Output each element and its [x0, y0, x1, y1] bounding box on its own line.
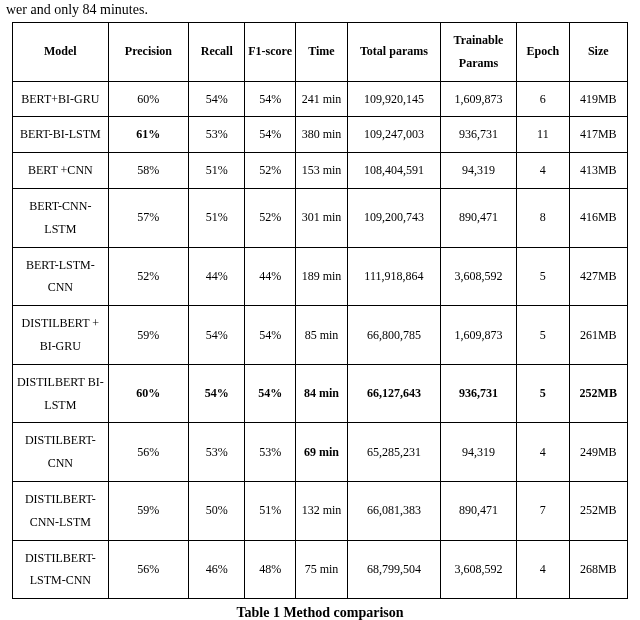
cell-train: 1,609,873 [440, 81, 516, 117]
cell-precision: 61% [108, 117, 189, 153]
cell-text: 5 [540, 265, 546, 288]
cell-text: 4 [540, 159, 546, 182]
cell-epoch: 4 [517, 153, 569, 189]
cell-f1: 54% [245, 306, 295, 365]
cell-size: 252MB [569, 481, 627, 540]
cell-text: BERT-BI-LSTM [20, 123, 101, 146]
cell-text: 7 [540, 499, 546, 522]
cell-text: 417MB [580, 123, 617, 146]
cell-precision: 56% [108, 540, 189, 599]
cell-f1: 52% [245, 188, 295, 247]
cell-epoch: 5 [517, 364, 569, 423]
cell-f1: 48% [245, 540, 295, 599]
cell-text: BERT+BI-GRU [21, 88, 99, 111]
cell-recall: 51% [189, 153, 245, 189]
cell-total: 111,918,864 [348, 247, 441, 306]
cell-text: 252MB [580, 499, 617, 522]
col-f1: F1-score [245, 23, 295, 82]
cell-text: 109,920,145 [364, 88, 424, 111]
cell-precision: 52% [108, 247, 189, 306]
cell-precision: 59% [108, 481, 189, 540]
cell-epoch: 4 [517, 540, 569, 599]
cell-time: 84 min [295, 364, 347, 423]
cell-text: 108,404,591 [364, 159, 424, 182]
cell-text: 61% [136, 123, 160, 146]
cell-text: BERT +CNN [28, 159, 93, 182]
cell-time: 380 min [295, 117, 347, 153]
cell-text: 66,800,785 [367, 324, 421, 347]
cell-time: 301 min [295, 188, 347, 247]
body-text-fragment: wer and only 84 minutes. [0, 0, 640, 22]
cell-size: 417MB [569, 117, 627, 153]
cell-text: 109,247,003 [364, 123, 424, 146]
cell-precision: 57% [108, 188, 189, 247]
cell-text: 66,127,643 [367, 382, 421, 405]
cell-text: 46% [206, 558, 228, 581]
cell-text: 109,200,743 [364, 206, 424, 229]
cell-text: DISTILBERT + BI-GRU [15, 312, 106, 358]
col-recall: Recall [189, 23, 245, 82]
table-header-row: Model Precision Recall F1-score Time Tot… [13, 23, 628, 82]
table-row: DISTILBERT-CNN-LSTM59%50%51%132 min66,08… [13, 481, 628, 540]
cell-text: 44% [206, 265, 228, 288]
cell-model: BERT-LSTM-CNN [13, 247, 109, 306]
table-caption: Table 1 Method comparison [0, 599, 640, 620]
cell-text: 427MB [580, 265, 617, 288]
cell-text: DISTILBERT BI-LSTM [15, 371, 106, 417]
cell-text: 6 [540, 88, 546, 111]
cell-f1: 51% [245, 481, 295, 540]
cell-text: 53% [259, 441, 281, 464]
cell-total: 66,127,643 [348, 364, 441, 423]
cell-f1: 44% [245, 247, 295, 306]
cell-size: 249MB [569, 423, 627, 482]
col-trainable: Trainable Params [440, 23, 516, 82]
cell-recall: 54% [189, 364, 245, 423]
cell-model: DISTILBERT + BI-GRU [13, 306, 109, 365]
cell-text: 53% [206, 123, 228, 146]
cell-text: BERT-LSTM-CNN [15, 254, 106, 300]
cell-total: 108,404,591 [348, 153, 441, 189]
cell-train: 94,319 [440, 423, 516, 482]
cell-text: 3,608,592 [454, 558, 502, 581]
cell-recall: 53% [189, 423, 245, 482]
cell-time: 241 min [295, 81, 347, 117]
cell-size: 416MB [569, 188, 627, 247]
cell-time: 153 min [295, 153, 347, 189]
cell-size: 419MB [569, 81, 627, 117]
comparison-table: Model Precision Recall F1-score Time Tot… [12, 22, 628, 599]
cell-text: 380 min [302, 123, 342, 146]
cell-precision: 58% [108, 153, 189, 189]
cell-train: 1,609,873 [440, 306, 516, 365]
cell-precision: 60% [108, 364, 189, 423]
cell-text: 60% [137, 88, 159, 111]
cell-train: 94,319 [440, 153, 516, 189]
table-row: DISTILBERT + BI-GRU59%54%54%85 min66,800… [13, 306, 628, 365]
cell-text: 59% [137, 324, 159, 347]
cell-model: DISTILBERT-CNN [13, 423, 109, 482]
cell-text: 69 min [304, 441, 339, 464]
cell-total: 65,285,231 [348, 423, 441, 482]
cell-text: 189 min [302, 265, 342, 288]
cell-text: 1,609,873 [454, 88, 502, 111]
cell-epoch: 7 [517, 481, 569, 540]
cell-text: 54% [205, 382, 229, 405]
cell-text: 4 [540, 558, 546, 581]
cell-text: 5 [540, 382, 546, 405]
cell-text: 66,081,383 [367, 499, 421, 522]
cell-text: 8 [540, 206, 546, 229]
table-row: BERT +CNN58%51%52%153 min108,404,59194,3… [13, 153, 628, 189]
cell-model: BERT +CNN [13, 153, 109, 189]
cell-text: 890,471 [459, 206, 498, 229]
cell-recall: 51% [189, 188, 245, 247]
cell-text: 111,918,864 [364, 265, 423, 288]
cell-train: 936,731 [440, 364, 516, 423]
cell-text: 301 min [302, 206, 342, 229]
cell-recall: 46% [189, 540, 245, 599]
cell-text: 416MB [580, 206, 617, 229]
cell-text: 85 min [305, 324, 339, 347]
cell-text: 261MB [580, 324, 617, 347]
table-row: BERT+BI-GRU60%54%54%241 min109,920,1451,… [13, 81, 628, 117]
cell-time: 132 min [295, 481, 347, 540]
cell-text: 75 min [305, 558, 339, 581]
cell-precision: 56% [108, 423, 189, 482]
